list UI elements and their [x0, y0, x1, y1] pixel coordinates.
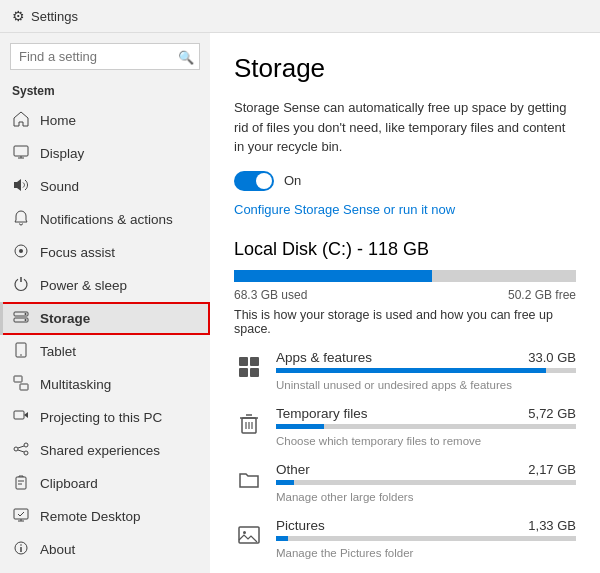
disk-description: This is how your storage is used and how…: [234, 308, 576, 336]
about-icon: [12, 540, 30, 559]
storage-item-temp[interactable]: Temporary files 5,72 GB Choose which tem…: [234, 406, 576, 448]
sidebar-item-label: Focus assist: [40, 245, 115, 260]
storage-item-pictures[interactable]: Pictures 1,33 GB Manage the Pictures fol…: [234, 518, 576, 560]
svg-rect-12: [14, 376, 22, 382]
svg-rect-0: [14, 146, 28, 156]
notifications-icon: [12, 210, 30, 229]
svg-rect-31: [239, 368, 248, 377]
storage-item-other[interactable]: Other 2,17 GB Manage other large folders: [234, 462, 576, 504]
sidebar-item-label: Sound: [40, 179, 79, 194]
sidebar-item-display[interactable]: Display: [0, 137, 210, 170]
storage-item-apps[interactable]: Apps & features 33.0 GB Uninstall unused…: [234, 350, 576, 392]
svg-rect-14: [14, 411, 24, 419]
sidebar-item-label: Clipboard: [40, 476, 98, 491]
sidebar-item-shared[interactable]: Shared experiences: [0, 434, 210, 467]
sidebar-item-label: Display: [40, 146, 84, 161]
disk-stats: 68.3 GB used 50.2 GB free: [234, 288, 576, 302]
sidebar-item-label: Shared experiences: [40, 443, 160, 458]
temp-size: 5,72 GB: [528, 406, 576, 421]
sidebar-item-focus[interactable]: Focus assist: [0, 236, 210, 269]
svg-rect-29: [239, 357, 248, 366]
svg-point-16: [24, 443, 28, 447]
other-size: 2,17 GB: [528, 462, 576, 477]
other-bar: [276, 480, 576, 485]
apps-name: Apps & features: [276, 350, 372, 365]
trash-icon: [234, 408, 264, 438]
sidebar-item-storage[interactable]: Storage: [0, 302, 210, 335]
storage-sense-toggle-row: On: [234, 171, 576, 191]
other-name: Other: [276, 462, 310, 477]
page-title: Storage: [234, 53, 576, 84]
svg-line-18: [18, 446, 24, 448]
sidebar-item-multitasking[interactable]: Multitasking: [0, 368, 210, 401]
sidebar-item-sound[interactable]: Sound: [0, 170, 210, 203]
temp-body: Temporary files 5,72 GB Choose which tem…: [276, 406, 576, 448]
sidebar-item-label: Remote Desktop: [40, 509, 141, 524]
apps-size: 33.0 GB: [528, 350, 576, 365]
home-icon: [12, 111, 30, 130]
storage-description: Storage Sense can automatically free up …: [234, 98, 576, 157]
sidebar: 🔍 System Home Display: [0, 33, 210, 573]
svg-point-8: [25, 313, 27, 315]
temp-sub: Choose which temporary files to remove: [276, 435, 481, 447]
svg-point-11: [20, 354, 22, 356]
clipboard-icon: [12, 474, 30, 493]
pictures-size: 1,33 GB: [528, 518, 576, 533]
shared-icon: [12, 441, 30, 460]
sidebar-item-label: Home: [40, 113, 76, 128]
sidebar-item-notifications[interactable]: Notifications & actions: [0, 203, 210, 236]
sidebar-item-label: Multitasking: [40, 377, 111, 392]
storage-icon: [12, 309, 30, 328]
sidebar-item-about[interactable]: About: [0, 533, 210, 566]
svg-point-15: [14, 447, 18, 451]
disk-bar-used: [234, 270, 432, 282]
content-area: Storage Storage Sense can automatically …: [210, 33, 600, 573]
pictures-name: Pictures: [276, 518, 325, 533]
svg-line-19: [18, 450, 24, 452]
sidebar-item-label: Notifications & actions: [40, 212, 173, 227]
sidebar-item-home[interactable]: Home: [0, 104, 210, 137]
disk-free-label: 50.2 GB free: [508, 288, 576, 302]
configure-link[interactable]: Configure Storage Sense or run it now: [234, 202, 455, 217]
sidebar-item-power[interactable]: Power & sleep: [0, 269, 210, 302]
remote-icon: [12, 507, 30, 526]
disk-bar: [234, 270, 576, 282]
sidebar-item-label: Power & sleep: [40, 278, 127, 293]
apps-bar: [276, 368, 576, 373]
svg-point-9: [25, 319, 27, 321]
sidebar-section-label: System: [0, 80, 210, 104]
temp-name: Temporary files: [276, 406, 368, 421]
svg-rect-13: [20, 384, 28, 390]
storage-sense-toggle[interactable]: [234, 171, 274, 191]
temp-bar: [276, 424, 576, 429]
sidebar-item-remote[interactable]: Remote Desktop: [0, 500, 210, 533]
svg-point-17: [24, 451, 28, 455]
svg-rect-32: [250, 368, 259, 377]
svg-point-40: [243, 531, 246, 534]
sidebar-item-projecting[interactable]: Projecting to this PC: [0, 401, 210, 434]
title-bar: ⚙ Settings: [0, 0, 600, 33]
main-layout: 🔍 System Home Display: [0, 33, 600, 573]
focus-icon: [12, 243, 30, 262]
apps-icon: [234, 352, 264, 382]
sidebar-item-tablet[interactable]: Tablet: [0, 335, 210, 368]
sidebar-item-label: Storage: [40, 311, 90, 326]
disk-title: Local Disk (C:) - 118 GB: [234, 239, 576, 260]
sidebar-item-clipboard[interactable]: Clipboard: [0, 467, 210, 500]
toggle-label: On: [284, 173, 301, 188]
pictures-body: Pictures 1,33 GB Manage the Pictures fol…: [276, 518, 576, 560]
other-sub: Manage other large folders: [276, 491, 413, 503]
search-input[interactable]: [10, 43, 200, 70]
pictures-sub: Manage the Pictures folder: [276, 547, 413, 559]
search-box: 🔍: [10, 43, 200, 70]
multitasking-icon: [12, 375, 30, 394]
pictures-bar: [276, 536, 576, 541]
svg-rect-20: [16, 477, 26, 489]
disk-used-label: 68.3 GB used: [234, 288, 307, 302]
svg-point-28: [20, 544, 22, 546]
tablet-icon: [12, 342, 30, 361]
apps-sub: Uninstall unused or undesired apps & fea…: [276, 379, 512, 391]
other-body: Other 2,17 GB Manage other large folders: [276, 462, 576, 504]
power-icon: [12, 276, 30, 295]
sidebar-item-label: About: [40, 542, 75, 557]
